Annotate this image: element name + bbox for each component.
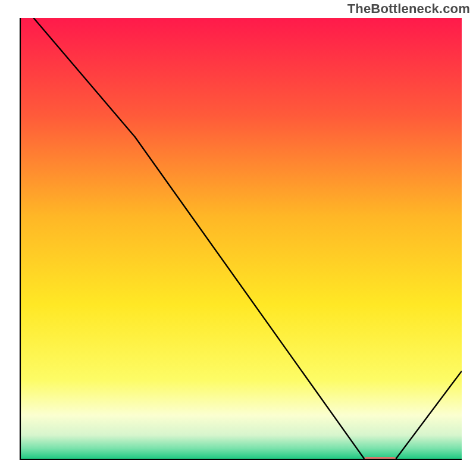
- chart-container: TheBottleneck.com: [0, 0, 476, 476]
- bottleneck-chart: [0, 0, 476, 476]
- watermark-text: TheBottleneck.com: [347, 1, 470, 17]
- plot-background: [20, 18, 462, 459]
